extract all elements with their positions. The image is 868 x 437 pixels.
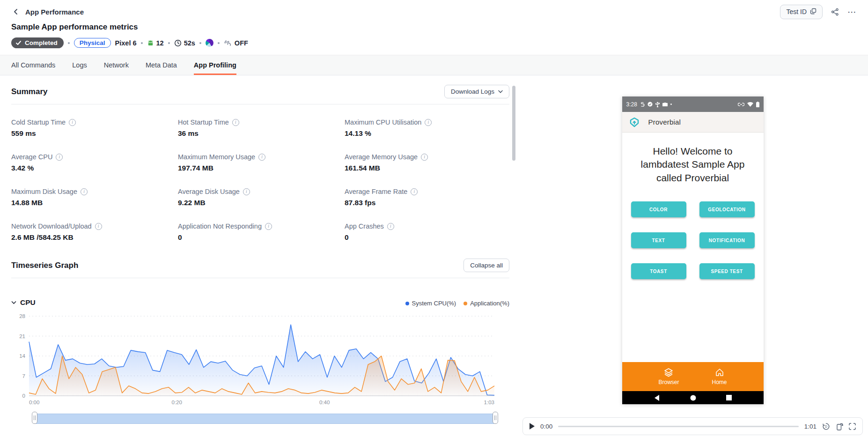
duration-badge: 52s [174,39,195,47]
check-icon [15,40,22,46]
info-icon[interactable]: i [425,119,432,126]
playback-speed-icon[interactable]: D [822,422,830,430]
test-id-button[interactable]: Test ID [780,5,823,19]
info-icon[interactable]: i [387,223,394,230]
check-circle-icon [647,102,653,107]
svg-text:14: 14 [19,353,25,359]
home-nav-item[interactable]: Home [712,368,727,385]
info-icon[interactable]: i [421,154,428,161]
fullscreen-icon[interactable] [849,423,856,430]
metric-network: Network Download/Uploadi 2.6 MB /584.25 … [11,222,178,242]
link-icon [738,103,744,106]
summary-divider [11,104,509,104]
gesture-off-icon [224,39,232,47]
status-time: 3:28 [626,101,637,108]
device-screen: 3:28 Proverbial Hello! Welcome t [622,96,764,404]
svg-text:7: 7 [22,373,25,379]
legend-system-cpu[interactable]: System CPU(%) [405,300,456,307]
dot-separator [168,42,170,44]
info-icon[interactable]: i [95,223,102,230]
device-type-badge: Physical [74,38,111,48]
chevron-down-icon [11,301,16,304]
tab-network[interactable]: Network [104,55,129,75]
info-icon[interactable]: i [56,154,63,161]
status-row: Completed Physical Pixel 6 12 52s OFF [0,32,868,48]
info-icon[interactable]: i [243,188,250,195]
metric-hot-startup: Hot Startup Timei 36 ms [178,119,345,138]
rotate-device-icon[interactable] [836,422,843,430]
legend-dot-blue [405,302,409,305]
svg-text:28: 28 [19,313,25,319]
info-icon[interactable]: i [411,188,418,195]
android-icon [147,39,154,46]
text-button[interactable]: TEXT [631,232,686,248]
android-back-button[interactable] [654,395,660,401]
notification-dot [670,104,672,105]
play-button[interactable] [530,423,535,430]
info-icon[interactable]: i [232,119,239,126]
current-time: 0:00 [540,423,552,430]
share-icon[interactable] [831,8,839,16]
video-player-controls: 0:00 1:01 D [522,417,863,435]
chart-range-slider[interactable] [32,412,498,424]
layers-icon [664,368,673,377]
metric-max-memory: Maximum Memory Usagei 197.74 MB [178,153,345,172]
tab-app-profiling[interactable]: App Profiling [194,55,236,75]
range-handle-left[interactable] [32,412,37,424]
metric-crashes: App Crashesi 0 [345,222,509,242]
dot-separator [141,42,143,44]
usb-icon [655,102,660,107]
metric-avg-cpu: Average CPUi 3.42 % [11,153,178,172]
info-icon[interactable]: i [81,188,88,195]
dot-separator [199,42,201,44]
color-button[interactable]: COLOR [631,201,686,217]
notification-button[interactable]: NOTIFICATION [699,232,755,248]
top-header: App Performance Test ID ⋯ [0,0,868,19]
timeseries-heading: Timeseries Graph [11,261,78,270]
battery-icon [756,102,759,107]
metric-avg-memory: Average Memory Usagei 161.54 MB [345,153,509,172]
breadcrumb[interactable]: App Performance [25,8,84,16]
home-icon [715,368,724,377]
download-logs-button[interactable]: Download Logs [444,85,509,98]
device-status-bar: 3:28 [622,96,764,112]
app-content: Hello! Welcome to lambdatest Sample App … [622,133,764,391]
android-home-button[interactable] [690,395,696,401]
cpu-section-toggle[interactable]: CPU [11,298,36,307]
cpu-timeseries-chart[interactable]: 071421280:000:200:401:03 [11,311,498,408]
metric-cold-startup: Cold Startup Timei 559 ms [11,119,178,138]
seek-bar[interactable] [558,426,798,427]
duration: 1:01 [804,423,817,430]
geolocation-button[interactable]: GEOLOCATION [699,201,755,217]
info-icon[interactable]: i [258,154,265,161]
speed-test-button[interactable]: SPEED TEST [699,263,755,279]
more-options-icon[interactable]: ⋯ [847,7,857,17]
range-slider-band[interactable] [36,414,494,424]
chevron-down-icon [498,90,503,93]
info-icon[interactable]: i [69,119,76,126]
cpu-chart-area: 071421280:000:200:401:03 [11,311,509,424]
work-profile-icon [662,102,668,107]
browser-nav-item[interactable]: Browser [658,368,679,385]
toast-button[interactable]: TOAST [631,263,686,279]
page-title: Sample App performance metrics [0,19,868,32]
range-handle-right[interactable] [493,412,498,424]
metric-max-cpu: Maximum CPU Utilisationi 14.13 % [345,119,509,138]
tab-meta-data[interactable]: Meta Data [146,55,177,75]
tab-all-commands[interactable]: All Commands [11,55,55,75]
tab-bar: All Commands Logs Network Meta Data App … [0,55,868,75]
info-icon[interactable]: i [265,223,272,230]
app-toolbar: Proverbial [622,112,764,133]
back-chevron-icon[interactable] [11,7,21,16]
gesture-badge: OFF [224,39,248,47]
svg-text:0:40: 0:40 [319,400,330,405]
legend-dot-orange [463,302,467,305]
test-id-label: Test ID [786,8,807,15]
svg-text:0:00: 0:00 [29,400,39,405]
legend-application[interactable]: Application(%) [463,300,509,307]
collapse-all-button[interactable]: Collapse all [463,259,509,272]
tab-logs[interactable]: Logs [72,55,87,75]
vertical-scrollbar[interactable] [512,86,515,161]
android-recents-button[interactable] [726,395,732,400]
svg-text:1:03: 1:03 [484,400,494,405]
